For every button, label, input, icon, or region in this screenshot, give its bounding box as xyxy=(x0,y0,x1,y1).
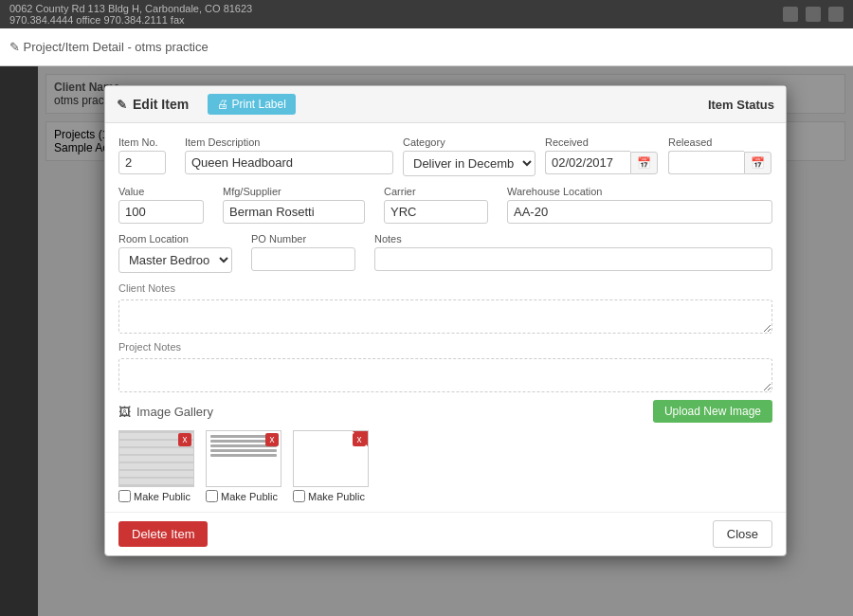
app-header: ✎ Project/Item Detail - otms practice xyxy=(0,28,853,66)
room-location-group: Room Location Master Bedroom xyxy=(118,233,242,273)
minimize-icon[interactable] xyxy=(783,7,798,22)
item-no-label: Item No. xyxy=(118,136,175,148)
form-row-1: Item No. Item Description Category Deli xyxy=(118,136,772,176)
modal-footer: Delete Item Close xyxy=(105,512,786,555)
sidebar xyxy=(0,66,38,616)
item-no-group: Item No. xyxy=(118,136,175,174)
released-label: Released xyxy=(668,136,772,148)
make-public-label-1: Make Public xyxy=(134,491,191,502)
image-icon: 🖼 xyxy=(118,405,131,419)
app-background: 0062 County Rd 113 Bldg H, Carbondale, C… xyxy=(0,0,853,616)
print-label-button[interactable]: 🖨 Print Label xyxy=(208,94,296,115)
released-group: Released 📅 xyxy=(668,136,772,174)
thumb-delete-btn-1[interactable]: x xyxy=(178,433,191,446)
carrier-group: Carrier xyxy=(384,186,498,224)
carrier-input[interactable] xyxy=(384,200,488,224)
edit-item-modal: ✎ Edit Item 🖨 Print Label Item Status xyxy=(104,85,787,556)
room-location-select[interactable]: Master Bedroom xyxy=(118,247,232,273)
category-label: Category xyxy=(403,136,535,148)
value-label: Value xyxy=(118,186,213,197)
thumbnail-1: x Make Public xyxy=(118,430,194,502)
category-select[interactable]: Deliver in December xyxy=(403,151,535,176)
client-notes-group: Client Notes xyxy=(118,282,772,334)
released-input[interactable] xyxy=(668,151,744,174)
warehouse-location-input[interactable] xyxy=(507,200,772,224)
make-public-label-2: Make Public xyxy=(221,491,278,502)
value-group: Value xyxy=(118,186,213,224)
phone-line: 970.384.4444 office 970.384.2111 fax xyxy=(9,14,185,26)
client-notes-label: Client Notes xyxy=(118,282,772,294)
warehouse-location-group: Warehouse Location xyxy=(507,186,772,224)
image-gallery-section: 🖼 Image Gallery Upload New Image xyxy=(118,400,772,502)
po-number-label: PO Number xyxy=(251,233,365,245)
address-line1: 0062 County Rd 113 Bldg H, Carbondale, C… xyxy=(9,3,252,14)
notes-input[interactable] xyxy=(374,247,772,271)
modal-overlay: ✎ Edit Item 🖨 Print Label Item Status xyxy=(38,66,853,616)
po-number-input[interactable] xyxy=(251,247,355,271)
image-gallery-title: 🖼 Image Gallery xyxy=(118,405,213,419)
project-notes-label: Project Notes xyxy=(118,341,772,353)
thumb-img-container-2: x xyxy=(206,430,281,487)
close-icon[interactable] xyxy=(828,7,844,22)
modal-header: ✎ Edit Item 🖨 Print Label Item Status xyxy=(105,86,786,123)
top-bar-icons xyxy=(783,7,844,22)
mfg-supplier-input[interactable] xyxy=(223,200,365,224)
item-description-group: Item Description xyxy=(185,136,393,174)
client-notes-textarea[interactable] xyxy=(118,299,772,334)
make-public-checkbox-3[interactable] xyxy=(293,490,305,502)
top-bar: 0062 County Rd 113 Bldg H, Carbondale, C… xyxy=(0,0,853,28)
modal-header-left: ✎ Edit Item 🖨 Print Label xyxy=(117,94,296,115)
thumb-delete-btn-2[interactable]: x xyxy=(265,433,279,446)
address-text: 0062 County Rd 113 Bldg H, Carbondale, C… xyxy=(9,3,252,26)
received-input-group: 📅 xyxy=(545,151,659,174)
upload-new-image-button[interactable]: Upload New Image xyxy=(653,400,772,423)
doc-line-4 xyxy=(210,449,277,452)
thumb-delete-btn-3[interactable]: x xyxy=(353,433,366,446)
mfg-supplier-label: Mfg/Supplier xyxy=(223,186,374,197)
form-row-2: Value Mfg/Supplier Carrier xyxy=(118,186,772,224)
thumb-checkbox-row-3: Make Public xyxy=(293,490,365,502)
notes-group: Notes xyxy=(374,233,772,271)
make-public-checkbox-2[interactable] xyxy=(206,490,218,502)
modal-title: ✎ Edit Item xyxy=(117,97,189,112)
project-detail-title: ✎ Project/Item Detail - otms practice xyxy=(9,40,209,54)
project-notes-textarea[interactable] xyxy=(118,358,772,392)
image-gallery-title-text: Image Gallery xyxy=(136,405,213,419)
released-input-group: 📅 xyxy=(668,151,772,174)
form-row-3: Room Location Master Bedroom PO Number xyxy=(118,233,772,273)
received-label: Received xyxy=(545,136,659,148)
make-public-label-3: Make Public xyxy=(308,491,365,502)
received-group: Received 📅 xyxy=(545,136,659,174)
item-description-input[interactable] xyxy=(185,151,393,174)
thumb-checkbox-row-2: Make Public xyxy=(206,490,278,502)
released-calendar-btn[interactable]: 📅 xyxy=(744,152,771,174)
notes-label: Notes xyxy=(374,233,772,245)
make-public-checkbox-1[interactable] xyxy=(118,490,131,502)
carrier-label: Carrier xyxy=(384,186,498,197)
restore-icon[interactable] xyxy=(806,7,821,22)
po-number-group: PO Number xyxy=(251,233,365,271)
mfg-supplier-group: Mfg/Supplier xyxy=(223,186,374,224)
modal-title-text: Edit Item xyxy=(133,97,189,112)
edit-pencil-icon: ✎ xyxy=(117,98,127,112)
thumb-img-container-3: x xyxy=(293,430,369,487)
app-body: Client Name otms practice Projects (1) S… xyxy=(0,66,853,616)
item-no-input[interactable] xyxy=(118,151,166,174)
content-area: Client Name otms practice Projects (1) S… xyxy=(38,66,853,616)
received-calendar-btn[interactable]: 📅 xyxy=(630,152,658,174)
delete-item-button[interactable]: Delete Item xyxy=(118,521,208,547)
room-location-label: Room Location xyxy=(118,233,242,245)
thumbnail-3: x Make Public xyxy=(293,430,369,502)
thumb-checkbox-row-1: Make Public xyxy=(118,490,191,502)
modal-body: Item No. Item Description Category Deli xyxy=(105,123,786,512)
warehouse-location-label: Warehouse Location xyxy=(507,186,772,197)
value-input[interactable] xyxy=(118,200,204,224)
item-description-label: Item Description xyxy=(185,136,393,148)
project-notes-group: Project Notes xyxy=(118,341,772,392)
item-status-label: Item Status xyxy=(708,98,774,112)
received-input[interactable] xyxy=(545,151,630,174)
image-thumbnails: x Make Public xyxy=(118,430,772,502)
thumbnail-2: x Make Public xyxy=(206,430,281,502)
close-modal-button[interactable]: Close xyxy=(713,520,772,548)
doc-line-5 xyxy=(210,454,277,457)
